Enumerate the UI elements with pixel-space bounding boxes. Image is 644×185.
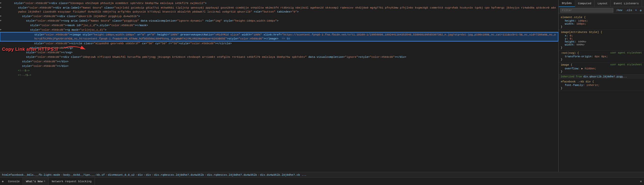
- hov-button[interactable]: :hov: [615, 9, 623, 12]
- style-property[interactable]: y: 0;: [565, 37, 642, 40]
- style-block: x: 0;y: 0;height: 100%;width: 100%;: [561, 34, 642, 46]
- tree-toggle-icon[interactable]: ▼: [0, 19, 1, 23]
- styles-content[interactable]: element.style {height: 100px;width: 100p…: [559, 14, 644, 172]
- bottom-tab-network-request-blocking[interactable]: Network request blocking: [49, 178, 95, 185]
- breadcrumb-item[interactable]: div.rq0escxv.l9j0dhe7.du4w35lb: [154, 173, 204, 176]
- tree-toggle-icon[interactable]: ▼: [0, 14, 1, 18]
- panel-tabs-bar: Styles Computed Layout Event Listeners: [559, 0, 644, 7]
- dom-line-content: style="color:#569cd6"></div>: [22, 64, 68, 68]
- style-rule: :not(svg) {user agent stylesheettransfor…: [559, 51, 644, 62]
- dom-line: style="color:#569cd6"></g>: [0, 46, 558, 50]
- tab-label: Console: [8, 180, 20, 183]
- breadcrumb-item[interactable]: div.rq0escxv.l9j0dhe7.du4w35lb: [207, 173, 257, 176]
- tree-toggle-icon: [0, 46, 1, 50]
- tab-computed[interactable]: Computed: [575, 0, 595, 7]
- dom-line: style="color:#569cd6"><mask id="jsc_c_d"…: [0, 23, 558, 28]
- dom-line-content: style="color:#569cd6"></div>: [22, 60, 68, 64]
- tree-toggle-icon: [0, 23, 1, 27]
- dom-line-content: style="color:#569cd6"><div class="i09qtz…: [26, 55, 406, 59]
- breadcrumb-separator: ›: [106, 173, 108, 176]
- style-block: overflow: ▶ hidden;: [561, 67, 642, 70]
- tree-toggle-icon[interactable]: ▼: [0, 1, 1, 5]
- dom-line-content: style="color:#569cd6"><circle class="mlq…: [34, 41, 232, 45]
- breadcrumb-separator: ›: [136, 173, 137, 176]
- style-block: height: 100px;width: 100px;: [561, 19, 642, 25]
- dom-line-content: style="color:#569cd6"><div aria-label="N…: [18, 6, 557, 14]
- tree-toggle-icon: [0, 41, 1, 45]
- dom-line: style="color:#569cd6"></div>: [0, 59, 558, 64]
- dom-line: ▼style="color:#569cd6"><g mask="url(#jsc…: [0, 28, 558, 32]
- toolbar-dot[interactable]: [2, 181, 4, 182]
- bottom-tabs: ConsoleWhat's New×Network request blocki…: [5, 178, 95, 185]
- style-selector: element.style {: [561, 16, 642, 19]
- dom-line: ▼style="color:#569cd6"><div aria-label="…: [0, 6, 558, 14]
- close-button[interactable]: ✕: [640, 179, 642, 183]
- tab-close-button[interactable]: ×: [44, 180, 45, 183]
- style-property[interactable]: width: 100px;: [565, 22, 642, 25]
- tree-toggle-icon[interactable]: ▼: [0, 6, 1, 10]
- tab-layout[interactable]: Layout: [594, 0, 611, 7]
- dom-line: ▼style="color:#569cd6"><div class="b3onm…: [0, 1, 558, 6]
- dom-line: style="color:#569cd6"></svg>: [0, 50, 558, 55]
- dom-line-content: <!--$—>: [18, 69, 29, 73]
- breadcrumb-item[interactable]: html#facebook._9dls.__fb-light-mode: [2, 173, 60, 176]
- style-close-brace: }: [561, 58, 642, 61]
- style-close-brace: }: [561, 25, 642, 28]
- breadcrumb-separator: ›: [258, 173, 260, 176]
- style-rule: image {user agent stylesheetoverflow: ▶ …: [559, 62, 644, 74]
- breadcrumb-separator: ›: [144, 173, 145, 176]
- styles-filter-input[interactable]: [560, 8, 613, 13]
- style-property[interactable]: width: 100%;: [565, 43, 642, 46]
- dom-line: style="color:#569cd6"><circle class="mlq…: [0, 41, 558, 46]
- style-selector: #facebook .—kb div {: [561, 80, 642, 83]
- dom-line: <!--$—>: [0, 68, 558, 73]
- tree-toggle-icon: [0, 60, 1, 64]
- settings-button[interactable]: ⚙: [639, 9, 642, 12]
- style-selector: image[Attributes Style] {: [561, 31, 642, 34]
- devtools-container: ▼style="color:#569cd6"><div class="b3onm…: [0, 0, 644, 172]
- style-selector: :not(svg) {user agent stylesheet: [561, 52, 642, 55]
- dom-line-content: style="color:#569cd6"><g mask="url(#jsc_…: [30, 28, 106, 32]
- tab-event-listeners[interactable]: Event Listeners: [611, 0, 642, 7]
- tab-label: What's New: [26, 180, 43, 183]
- filter-options: :hov .cls + ⚙: [615, 9, 642, 12]
- style-block: font-family: inherit;: [561, 84, 642, 87]
- bottom-tab-console[interactable]: Console: [5, 178, 23, 185]
- style-property[interactable]: height: 100px;: [565, 19, 642, 22]
- tree-toggle-icon: [0, 73, 1, 77]
- style-property[interactable]: height: 100%;: [565, 40, 642, 43]
- style-property[interactable]: font-family: inherit;: [565, 84, 642, 87]
- tree-toggle-icon: [0, 64, 1, 68]
- inherited-from-header: Inherited from div.q9uorilb.l9j0dhe7.pzg…: [559, 74, 644, 79]
- dom-line-content: style="color:#569cd6"></svg>: [26, 51, 72, 55]
- style-block: transform-origin: 0px 0px;: [561, 55, 642, 58]
- style-rule: element.style {height: 100px;width: 100p…: [559, 15, 644, 30]
- breadcrumb-item[interactable]: body._6s5d._71pn.__-kb.sf: [63, 173, 105, 176]
- dom-line-content: style="color:#569cd6"><div class="q9uori…: [22, 14, 140, 18]
- style-property[interactable]: transform-origin: 0px 0px;: [565, 55, 642, 58]
- add-style-button[interactable]: +: [634, 9, 638, 12]
- dom-panel[interactable]: ▼style="color:#569cd6"><div class="b3onm…: [0, 0, 558, 172]
- dom-line: style="color:#569cd6"></div>: [0, 64, 558, 68]
- breadcrumb-item[interactable]: div: [146, 173, 151, 176]
- dom-line: style="color:#569cd6"><image style="heig…: [0, 32, 558, 41]
- style-selector: image {user agent stylesheet: [561, 63, 642, 66]
- style-property[interactable]: x: 0;: [565, 34, 642, 37]
- cls-button[interactable]: .cls: [624, 9, 633, 12]
- style-property[interactable]: overflow: ▶ hidden;: [565, 67, 642, 70]
- breadcrumb-separator: ›: [61, 173, 63, 176]
- bottom-tab-what's-new[interactable]: What's New×: [23, 178, 49, 185]
- dom-line: style="color:#569cd6"><div class="i09qtz…: [0, 55, 558, 59]
- dom-line: <!--/$—>: [0, 73, 558, 77]
- tree-toggle-icon[interactable]: ▼: [0, 28, 1, 32]
- breadcrumb-separator: ›: [205, 173, 207, 176]
- breadcrumb-item[interactable]: div.du4w35lb.l9j0dhe7.cb ...: [260, 173, 307, 176]
- style-close-brace: }: [561, 87, 642, 90]
- breadcrumb-separator: ›: [152, 173, 154, 176]
- style-rule: #facebook .—kb div {font-family: inherit…: [559, 79, 644, 91]
- tree-toggle-icon: [0, 33, 2, 37]
- style-close-brace: }: [561, 46, 642, 49]
- tab-styles[interactable]: Styles: [559, 0, 575, 7]
- breadcrumb-item[interactable]: div#mount_0_0_u2: [108, 173, 135, 176]
- breadcrumb-item[interactable]: div: [138, 173, 143, 176]
